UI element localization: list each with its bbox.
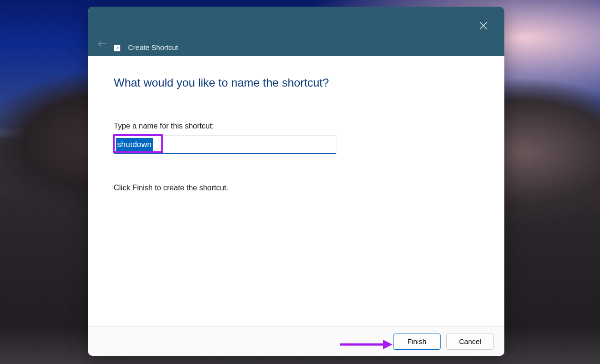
cancel-button[interactable]: Cancel bbox=[446, 334, 494, 350]
close-button[interactable] bbox=[472, 17, 495, 36]
shortcut-name-value: shutdown bbox=[116, 138, 153, 151]
dialog-titlebar: ↗ Create Shortcut bbox=[88, 7, 504, 56]
shortcut-icon: ↗ bbox=[114, 45, 120, 51]
finish-button[interactable]: Finish bbox=[393, 334, 441, 350]
shortcut-name-input[interactable]: shutdown bbox=[114, 135, 336, 154]
annotation-arrow bbox=[340, 338, 393, 351]
dialog-title: Create Shortcut bbox=[128, 43, 178, 51]
svg-marker-3 bbox=[383, 340, 393, 349]
dialog-body: What would you like to name the shortcut… bbox=[88, 56, 504, 326]
close-icon bbox=[480, 22, 487, 31]
create-shortcut-dialog: ↗ Create Shortcut What would you like to… bbox=[88, 7, 504, 356]
instruction-text: Click Finish to create the shortcut. bbox=[114, 184, 479, 192]
page-heading: What would you like to name the shortcut… bbox=[114, 76, 479, 89]
dialog-footer: Finish Cancel bbox=[88, 326, 504, 356]
back-button[interactable] bbox=[95, 37, 110, 52]
shortcut-name-label: Type a name for this shortcut: bbox=[114, 122, 479, 130]
back-arrow-icon bbox=[98, 40, 107, 49]
